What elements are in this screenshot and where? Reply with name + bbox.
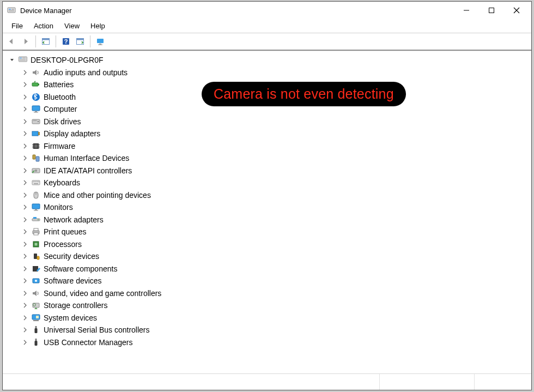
svg-rect-70 (489, 8, 494, 13)
tree-category-label: Sound, video and game controllers (44, 289, 161, 298)
chevron-right-icon[interactable] (21, 314, 29, 322)
annotation-text: Camera is not even detecting (214, 86, 394, 101)
usb-icon (31, 337, 41, 347)
cpu-icon (31, 239, 41, 249)
tree-category[interactable]: Network adapters (8, 214, 531, 226)
chevron-right-icon[interactable] (21, 228, 29, 236)
tree-category-label: Human Interface Devices (44, 154, 129, 162)
tree-category-label: Audio inputs and outputs (44, 68, 128, 77)
tree-category-label: Network adapters (44, 215, 104, 224)
tree-category[interactable]: Security devices (8, 250, 531, 263)
statusbar-cell (3, 374, 380, 390)
usb-icon (31, 325, 41, 335)
tree-category[interactable]: Software devices (8, 275, 531, 287)
tree-category[interactable]: Processors (8, 238, 531, 251)
chevron-right-icon[interactable] (21, 130, 29, 137)
statusbar-cell (475, 374, 531, 390)
tree-category[interactable]: Display adapters (8, 128, 531, 140)
statusbar-cell (380, 374, 475, 390)
chevron-right-icon[interactable] (21, 290, 29, 297)
tree-category[interactable]: System devices (8, 312, 531, 324)
chevron-right-icon[interactable] (21, 203, 29, 211)
tree-category[interactable]: Print queues (8, 226, 531, 238)
chevron-right-icon[interactable] (21, 105, 29, 113)
chevron-right-icon[interactable] (21, 154, 29, 162)
tree-category[interactable]: Disk drives (8, 116, 531, 128)
tree-category-label: Keyboards (44, 178, 80, 187)
monitor-icon[interactable] (94, 35, 107, 48)
chevron-right-icon[interactable] (21, 240, 29, 248)
monitor-icon (31, 104, 41, 114)
close-button[interactable] (504, 2, 529, 19)
speaker-icon (31, 68, 41, 77)
toolbar (3, 33, 531, 51)
hid-icon (31, 153, 41, 163)
tree-category[interactable]: Sound, video and game controllers (8, 287, 531, 300)
chevron-right-icon[interactable] (21, 265, 29, 273)
tree-category-label: Batteries (44, 80, 74, 89)
tree-category[interactable]: Universal Serial Bus controllers (8, 324, 531, 336)
mouse-icon (31, 190, 41, 200)
bluetooth-icon (31, 92, 41, 102)
tree-category-label: Print queues (44, 227, 87, 236)
statusbar (3, 373, 531, 390)
system-icon (31, 313, 41, 323)
scan-hardware-icon[interactable] (74, 35, 87, 48)
chevron-right-icon[interactable] (21, 252, 29, 260)
menu-help[interactable]: Help (85, 20, 111, 32)
tree-category[interactable]: Monitors (8, 201, 531, 214)
chevron-right-icon[interactable] (21, 69, 29, 76)
ide-icon (31, 166, 41, 176)
menu-view[interactable]: View (59, 20, 85, 32)
tree-category-label: USB Connector Managers (44, 338, 132, 347)
chevron-right-icon[interactable] (21, 142, 29, 150)
forward-icon[interactable] (19, 35, 32, 48)
tree-category[interactable]: Software components (8, 263, 531, 275)
tree-category[interactable]: Audio inputs and outputs (8, 67, 531, 79)
soft-dev-icon (31, 276, 41, 286)
tree-category-label: Security devices (44, 252, 99, 261)
tree-category[interactable]: Keyboards (8, 177, 531, 189)
show-hide-tree-icon[interactable] (39, 35, 52, 48)
tree-category[interactable]: USB Connector Managers (8, 336, 531, 349)
chevron-right-icon[interactable] (21, 216, 29, 224)
menu-file[interactable]: File (6, 20, 28, 32)
tree-category[interactable]: Storage controllers (8, 299, 531, 312)
chevron-right-icon[interactable] (21, 326, 29, 334)
tree-root-label: DESKTOP-0LPGR0F (31, 56, 104, 64)
toolbar-separator (35, 35, 36, 47)
maximize-button[interactable] (479, 2, 504, 19)
tree-category[interactable]: IDE ATA/ATAPI controllers (8, 165, 531, 177)
tree-category-label: Software devices (44, 276, 102, 285)
chevron-right-icon[interactable] (21, 93, 29, 101)
window-title: Device Manager (20, 7, 454, 15)
tree-category-label: Software components (44, 264, 117, 273)
chevron-right-icon[interactable] (21, 191, 29, 199)
minimize-button[interactable] (454, 2, 479, 19)
device-manager-window: Device Manager File Action View Help DES… (2, 1, 532, 390)
tree-category[interactable]: Mice and other pointing devices (8, 189, 531, 202)
chevron-right-icon[interactable] (21, 339, 29, 346)
printer-icon (31, 227, 41, 237)
security-icon (31, 251, 41, 261)
soft-comp-icon (31, 264, 41, 274)
annotation-overlay: Camera is not even detecting (202, 82, 406, 106)
chevron-right-icon[interactable] (21, 118, 29, 125)
tree-root-node[interactable]: DESKTOP-0LPGR0F (8, 54, 531, 67)
tree-category-label: Display adapters (44, 129, 100, 138)
chevron-right-icon[interactable] (21, 301, 29, 309)
chevron-right-icon[interactable] (21, 179, 29, 186)
tree-category-label: Universal Serial Bus controllers (44, 325, 150, 334)
chevron-down-icon[interactable] (8, 56, 16, 64)
back-icon[interactable] (5, 35, 18, 48)
chevron-right-icon[interactable] (21, 167, 29, 174)
computer-icon (18, 55, 28, 65)
tree-category[interactable]: Firmware (8, 140, 531, 153)
tree-category-label: Monitors (44, 203, 73, 212)
tree-category-label: System devices (44, 313, 97, 322)
help-icon[interactable] (59, 35, 72, 48)
chevron-right-icon[interactable] (21, 277, 29, 285)
tree-category[interactable]: Human Interface Devices (8, 152, 531, 165)
chevron-right-icon[interactable] (21, 81, 29, 88)
menu-action[interactable]: Action (28, 20, 59, 32)
